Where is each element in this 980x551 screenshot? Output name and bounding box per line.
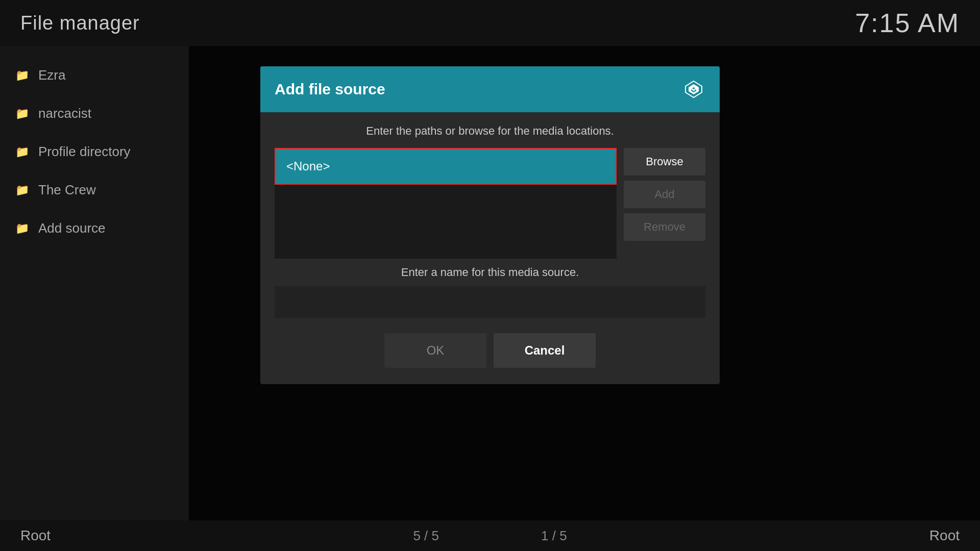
sidebar-item-label-narcacist: narcacist xyxy=(38,106,91,121)
folder-icon: 📁 xyxy=(15,184,29,197)
folder-icon: 📁 xyxy=(15,145,29,159)
sidebar-item-ezra[interactable]: 📁 Ezra xyxy=(0,56,189,94)
side-buttons: Browse Add Remove xyxy=(624,148,705,259)
sidebar-item-label-the-crew: The Crew xyxy=(38,182,96,198)
add-file-source-dialog: Add file source Enter the paths or brows… xyxy=(260,66,720,384)
browse-button[interactable]: Browse xyxy=(624,148,705,176)
clock: 7:15 AM xyxy=(855,8,960,38)
kodi-logo xyxy=(682,78,705,101)
sidebar-item-label-profile-directory: Profile directory xyxy=(38,144,131,160)
bottom-right-label: Root xyxy=(929,528,960,544)
folder-icon: 📁 xyxy=(15,222,29,235)
dialog-buttons: OK Cancel xyxy=(275,333,705,368)
cancel-button[interactable]: Cancel xyxy=(494,333,596,368)
sidebar-item-profile-directory[interactable]: 📁 Profile directory xyxy=(0,133,189,171)
add-button[interactable]: Add xyxy=(624,181,705,208)
paths-section: <None> Browse Add Remove xyxy=(275,148,705,259)
path-list xyxy=(275,185,617,259)
bottom-count-left: 5 / 5 xyxy=(413,528,439,544)
ok-button[interactable]: OK xyxy=(384,333,486,368)
dialog-body: Enter the paths or browse for the media … xyxy=(260,112,720,384)
sidebar: 📁 Ezra 📁 narcacist 📁 Profile directory 📁… xyxy=(0,46,189,520)
sidebar-item-add-source[interactable]: 📁 Add source xyxy=(0,209,189,247)
dialog-hint1: Enter the paths or browse for the media … xyxy=(275,124,705,138)
paths-left: <None> xyxy=(275,148,617,259)
sidebar-item-label-ezra: Ezra xyxy=(38,67,65,83)
app-title: File manager xyxy=(20,12,140,34)
dialog-hint2: Enter a name for this media source. xyxy=(275,266,705,279)
bottom-bar: Root 5 / 5 1 / 5 Root xyxy=(0,520,980,551)
name-input[interactable] xyxy=(275,286,705,318)
dialog-title: Add file source xyxy=(275,81,385,98)
bottom-left-label: Root xyxy=(20,528,51,544)
bottom-count-right: 1 / 5 xyxy=(541,528,567,544)
sidebar-item-label-add-source: Add source xyxy=(38,220,106,236)
top-bar: File manager 7:15 AM xyxy=(0,0,980,46)
bottom-center: 5 / 5 1 / 5 xyxy=(413,528,567,544)
sidebar-item-narcacist[interactable]: 📁 narcacist xyxy=(0,94,189,133)
path-input[interactable]: <None> xyxy=(275,148,617,185)
kodi-logo-icon xyxy=(683,79,704,99)
sidebar-item-the-crew[interactable]: 📁 The Crew xyxy=(0,171,189,209)
folder-icon: 📁 xyxy=(15,69,29,82)
dialog-header: Add file source xyxy=(260,66,720,112)
folder-icon: 📁 xyxy=(15,107,29,120)
remove-button[interactable]: Remove xyxy=(624,213,705,241)
